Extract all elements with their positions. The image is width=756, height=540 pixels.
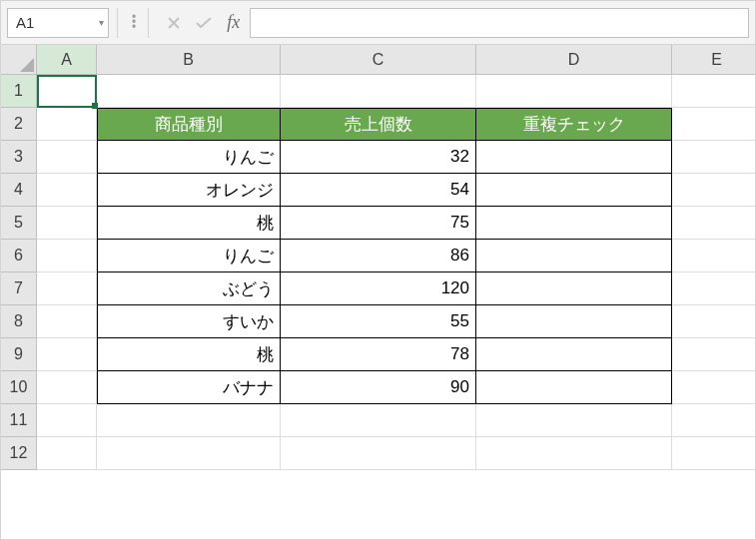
cell-E10[interactable]: [672, 371, 756, 404]
cell-A5[interactable]: [37, 207, 97, 240]
cell-E4[interactable]: [672, 174, 756, 207]
cell-C5[interactable]: 75: [281, 207, 476, 240]
row-headers: 1 2 3 4 5 6 7 8 9 10 11 12: [1, 75, 37, 470]
divider: [148, 8, 149, 38]
cell-E3[interactable]: [672, 141, 756, 174]
column-headers: A B C D E: [37, 45, 756, 75]
row-header-5[interactable]: 5: [1, 207, 37, 240]
col-header-C[interactable]: C: [281, 45, 476, 75]
cell-C10[interactable]: 90: [281, 371, 476, 404]
cell-E2[interactable]: [672, 108, 756, 141]
cell-B7[interactable]: ぶどう: [97, 272, 281, 305]
cell-D9[interactable]: [476, 338, 672, 371]
cell-C1[interactable]: [281, 75, 476, 108]
cell-B3[interactable]: りんご: [97, 141, 281, 174]
cell-A10[interactable]: [37, 371, 97, 404]
name-box[interactable]: A1 ▾: [7, 8, 109, 38]
row-header-8[interactable]: 8: [1, 305, 37, 338]
cell-C4[interactable]: 54: [281, 174, 476, 207]
cell-B8[interactable]: すいか: [97, 305, 281, 338]
cell-D12[interactable]: [476, 437, 672, 470]
row-11: [37, 404, 756, 437]
cell-C11[interactable]: [281, 404, 476, 437]
cell-D8[interactable]: [476, 305, 672, 338]
row-7: ぶどう 120: [37, 272, 756, 305]
cell-E7[interactable]: [672, 272, 756, 305]
chevron-down-icon[interactable]: ▾: [99, 17, 104, 28]
cell-A11[interactable]: [37, 404, 97, 437]
cell-A4[interactable]: [37, 174, 97, 207]
cell-B10[interactable]: バナナ: [97, 371, 281, 404]
cell-B12[interactable]: [97, 437, 281, 470]
row-header-9[interactable]: 9: [1, 338, 37, 371]
cell-C8[interactable]: 55: [281, 305, 476, 338]
row-header-6[interactable]: 6: [1, 240, 37, 272]
col-header-B[interactable]: B: [97, 45, 281, 75]
row-header-4[interactable]: 4: [1, 174, 37, 207]
cell-E12[interactable]: [672, 437, 756, 470]
cell-C3[interactable]: 32: [281, 141, 476, 174]
cell-A3[interactable]: [37, 141, 97, 174]
cell-A1[interactable]: [37, 75, 97, 108]
cell-A6[interactable]: [37, 240, 97, 272]
cell-D2[interactable]: 重複チェック: [476, 108, 672, 141]
cell-B4[interactable]: オレンジ: [97, 174, 281, 207]
cell-E9[interactable]: [672, 338, 756, 371]
cells-area[interactable]: 商品種別 売上個数 重複チェック りんご 32: [37, 75, 756, 470]
cell-E1[interactable]: [672, 75, 756, 108]
cell-E11[interactable]: [672, 404, 756, 437]
cell-A12[interactable]: [37, 437, 97, 470]
row-header-3[interactable]: 3: [1, 141, 37, 174]
dots-vertical-icon[interactable]: •••: [132, 15, 134, 30]
select-all-corner[interactable]: [1, 45, 37, 75]
formula-buttons: fx: [167, 12, 240, 33]
cell-A8[interactable]: [37, 305, 97, 338]
cell-D7[interactable]: [476, 272, 672, 305]
cell-B6[interactable]: りんご: [97, 240, 281, 272]
cell-C7[interactable]: 120: [281, 272, 476, 305]
cell-E5[interactable]: [672, 207, 756, 240]
row-12: [37, 437, 756, 470]
row-2: 商品種別 売上個数 重複チェック: [37, 108, 756, 141]
row-header-10[interactable]: 10: [1, 371, 37, 404]
cell-B5[interactable]: 桃: [97, 207, 281, 240]
row-header-11[interactable]: 11: [1, 404, 37, 437]
cell-D3[interactable]: [476, 141, 672, 174]
cell-E6[interactable]: [672, 240, 756, 272]
cell-A9[interactable]: [37, 338, 97, 371]
cell-D11[interactable]: [476, 404, 672, 437]
col-header-A[interactable]: A: [37, 45, 97, 75]
formula-input[interactable]: [250, 8, 749, 38]
name-box-value: A1: [16, 14, 34, 31]
formula-bar: A1 ▾ ••• fx: [1, 1, 755, 45]
cell-E8[interactable]: [672, 305, 756, 338]
cell-C6[interactable]: 86: [281, 240, 476, 272]
spreadsheet-grid: A B C D E 1 2 3 4 5 6 7 8 9 10 11 12: [1, 45, 755, 539]
check-icon: [195, 16, 213, 30]
cancel-icon: [167, 16, 181, 30]
cell-C9[interactable]: 78: [281, 338, 476, 371]
row-8: すいか 55: [37, 305, 756, 338]
row-header-12[interactable]: 12: [1, 437, 37, 470]
cell-D4[interactable]: [476, 174, 672, 207]
row-header-1[interactable]: 1: [1, 75, 37, 108]
cell-C12[interactable]: [281, 437, 476, 470]
cell-D6[interactable]: [476, 240, 672, 272]
cell-B2[interactable]: 商品種別: [97, 108, 281, 141]
cell-D10[interactable]: [476, 371, 672, 404]
row-10: バナナ 90: [37, 371, 756, 404]
cell-B1[interactable]: [97, 75, 281, 108]
cell-B11[interactable]: [97, 404, 281, 437]
cell-D1[interactable]: [476, 75, 672, 108]
cell-C2[interactable]: 売上個数: [281, 108, 476, 141]
cell-B9[interactable]: 桃: [97, 338, 281, 371]
row-header-2[interactable]: 2: [1, 108, 37, 141]
row-1: [37, 75, 756, 108]
cell-A2[interactable]: [37, 108, 97, 141]
fx-label[interactable]: fx: [227, 12, 240, 33]
cell-D5[interactable]: [476, 207, 672, 240]
cell-A7[interactable]: [37, 272, 97, 305]
col-header-D[interactable]: D: [476, 45, 672, 75]
row-header-7[interactable]: 7: [1, 272, 37, 305]
col-header-E[interactable]: E: [672, 45, 756, 75]
